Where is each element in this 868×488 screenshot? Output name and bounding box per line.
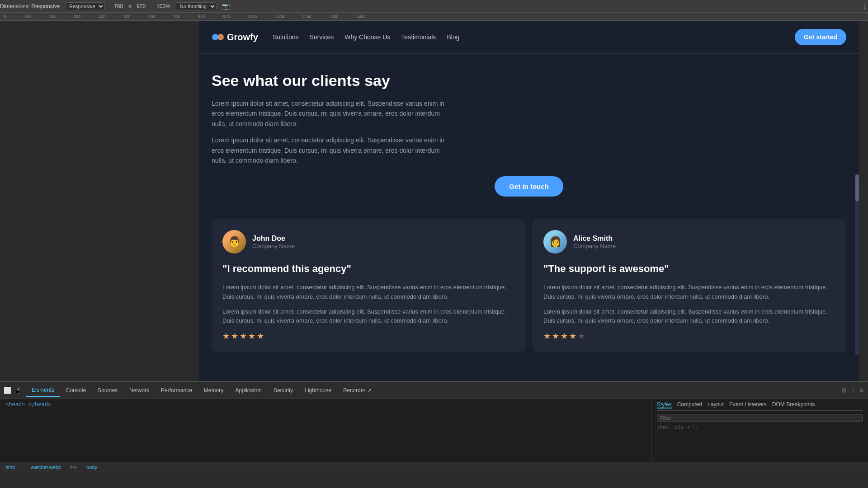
zoom-value: 100% xyxy=(156,3,170,9)
breadcrumb-separator: . xyxy=(22,465,24,470)
alice-name: Alice Smith xyxy=(573,235,616,243)
tab-recorder[interactable]: Recorder ↗ xyxy=(338,385,377,396)
nav-testimonials[interactable]: Testimonials xyxy=(401,33,436,41)
avatar-john: 👨 xyxy=(222,230,246,253)
right-panel xyxy=(859,21,868,381)
alice-star-5: ★ xyxy=(578,331,585,341)
breadcrumb-watcher[interactable]: watcher.webp xyxy=(31,465,61,470)
devtools-main-panel: <head> </head> Styles Computed Layout Ev… xyxy=(0,399,868,462)
hero-section: See what our clients say Lorem ipsum dol… xyxy=(199,54,859,219)
john-name: John Doe xyxy=(252,235,295,243)
hero-body-1: Lorem ipsum dolor sit amet, consectetur … xyxy=(212,99,456,129)
pseudo-hint: :hov .cls + ⓘ xyxy=(657,424,863,431)
card-header-john: 👨 John Doe Company Name xyxy=(222,230,514,253)
devtools-panel: ⬜ 📱 Elements Console Sources Network Per… xyxy=(0,381,868,472)
devtools-top-bar: Dimensions: Responsive Responsive 768 x … xyxy=(0,0,868,13)
devtools-more-icon[interactable]: ⋮ xyxy=(850,387,856,394)
star-5: ★ xyxy=(257,331,264,341)
testimonial-card-alice: 👩 Alice Smith Company Name "The support … xyxy=(533,219,846,352)
more-options-icon[interactable]: ⋮ xyxy=(862,3,868,10)
star-4: ★ xyxy=(248,331,255,341)
separator: x xyxy=(128,3,131,9)
logo-icon xyxy=(212,31,224,43)
navbar: Growfy Solutions Services Why Choose Us … xyxy=(199,21,859,54)
scrollbar-thumb[interactable] xyxy=(855,174,859,202)
right-tab-computed[interactable]: Computed xyxy=(677,401,702,408)
scrollbar[interactable] xyxy=(855,174,859,355)
tab-console[interactable]: Console xyxy=(61,385,91,396)
alice-star-4: ★ xyxy=(569,331,576,341)
styles-filter-input[interactable] xyxy=(657,414,863,422)
card-author-john: John Doe Company Name xyxy=(252,235,295,249)
devtools-right-tabs: Styles Computed Layout Event Listeners D… xyxy=(657,401,863,411)
card-header-alice: 👩 Alice Smith Company Name xyxy=(543,230,835,253)
tab-application[interactable]: Application xyxy=(230,385,267,396)
john-stars: ★ ★ ★ ★ ★ xyxy=(222,331,514,341)
tab-security[interactable]: Security xyxy=(268,385,298,396)
width-value: 768 xyxy=(114,3,123,9)
john-quote: "I recommend this agency" xyxy=(222,263,514,276)
website-preview: Growfy Solutions Services Why Choose Us … xyxy=(199,21,859,381)
devtools-settings-icon[interactable]: ⚙ xyxy=(841,387,847,394)
screenshot-icon[interactable]: 📷 xyxy=(222,3,230,10)
testimonial-card-john: 👨 John Doe Company Name "I recommend thi… xyxy=(212,219,525,352)
star-1: ★ xyxy=(222,331,230,341)
card-author-alice: Alice Smith Company Name xyxy=(573,235,616,249)
right-tab-events[interactable]: Event Listeners xyxy=(729,401,767,408)
right-tab-styles[interactable]: Styles xyxy=(657,401,672,408)
logo-text: Growfy xyxy=(227,32,258,42)
html-tag: <head> </head> xyxy=(5,401,646,408)
alice-star-1: ★ xyxy=(543,331,551,341)
breadcrumb-body[interactable]: body xyxy=(86,465,97,470)
star-2: ★ xyxy=(231,331,238,341)
get-in-touch-button[interactable]: Get in touch xyxy=(495,176,563,197)
tab-memory[interactable]: Memory xyxy=(198,385,229,396)
get-started-button[interactable]: Get started xyxy=(795,29,846,45)
star-3: ★ xyxy=(240,331,247,341)
throttle-select[interactable]: No throttling xyxy=(176,2,217,10)
tab-elements[interactable]: Elements xyxy=(26,384,60,397)
testimonials-grid: 👨 John Doe Company Name "I recommend thi… xyxy=(199,219,859,352)
alice-text1: Lorem ipsum dolor sit amet, consectetur … xyxy=(543,283,835,302)
alice-star-3: ★ xyxy=(561,331,568,341)
avatar-alice: 👩 xyxy=(543,230,567,253)
alice-star-2: ★ xyxy=(552,331,559,341)
tab-network[interactable]: Network xyxy=(124,385,155,396)
dimensions-select[interactable]: Responsive xyxy=(65,2,105,10)
styles-panel: Styles Computed Layout Event Listeners D… xyxy=(651,399,868,462)
john-text2: Lorem ipsum dolor sit amet, consectetur … xyxy=(222,307,514,326)
height-value: 920 xyxy=(137,3,146,9)
nav-why-choose-us[interactable]: Why Choose Us xyxy=(344,33,390,41)
nav-services[interactable]: Services xyxy=(310,33,334,41)
left-panel xyxy=(0,21,199,381)
logo: Growfy xyxy=(212,31,258,43)
john-company: Company Name xyxy=(252,243,295,249)
devtools-tabs-bar: ⬜ 📱 Elements Console Sources Network Per… xyxy=(0,382,868,399)
nav-links: Solutions Services Why Choose Us Testimo… xyxy=(273,33,780,41)
right-tab-dom[interactable]: DOM Breakpoints xyxy=(772,401,815,408)
nav-blog[interactable]: Blog xyxy=(447,33,459,41)
tab-performance[interactable]: Performance xyxy=(156,385,198,396)
john-text1: Lorem ipsum dolor sit amet, consectetur … xyxy=(222,283,514,302)
ruler: 0100200300400500600700800900100011001200… xyxy=(0,13,868,21)
svg-point-1 xyxy=(217,34,224,40)
right-tab-layout[interactable]: Layout xyxy=(708,401,724,408)
devtools-close-icon[interactable]: ✕ xyxy=(859,387,864,394)
devtools-status-bar: html . watcher.webp ▶▶ body xyxy=(0,462,868,472)
html-tree-panel: <head> </head> xyxy=(0,399,651,462)
avatar-alice-emoji: 👩 xyxy=(549,236,561,248)
svg-point-0 xyxy=(212,34,218,40)
tab-sources[interactable]: Sources xyxy=(92,385,123,396)
hero-body-2: Lorem ipsum dolor sit amet, consectetur … xyxy=(212,135,456,165)
avatar-john-emoji: 👨 xyxy=(228,236,241,248)
devtools-icon-device[interactable]: 📱 xyxy=(14,387,22,394)
devtools-icon-inspect[interactable]: ⬜ xyxy=(4,387,11,394)
alice-company: Company Name xyxy=(573,243,616,249)
nav-solutions[interactable]: Solutions xyxy=(273,33,299,41)
breadcrumb-html[interactable]: html xyxy=(5,465,15,470)
alice-stars: ★ ★ ★ ★ ★ xyxy=(543,331,835,341)
dimensions-label: Dimensions: Responsive xyxy=(0,3,60,9)
browser-content: Growfy Solutions Services Why Choose Us … xyxy=(0,21,868,381)
tab-lighthouse[interactable]: Lighthouse xyxy=(299,385,337,396)
breadcrumb-separator2: ▶▶ xyxy=(70,464,77,470)
